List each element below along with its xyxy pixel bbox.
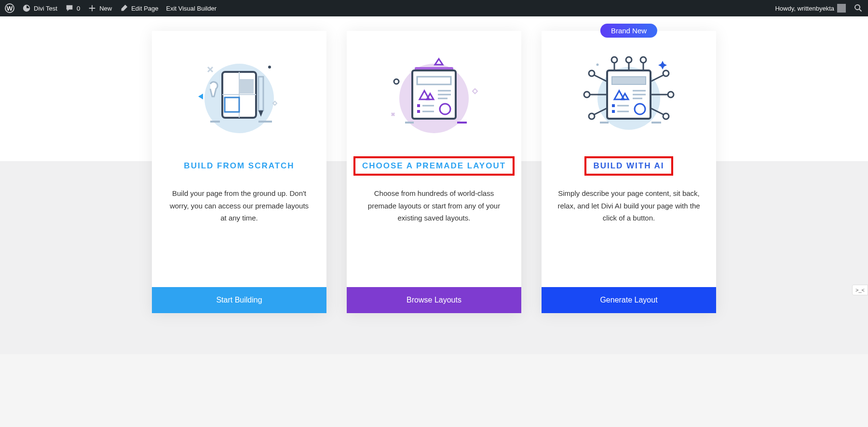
- search-icon[interactable]: [854, 3, 863, 13]
- edit-page-label: Edit Page: [131, 5, 158, 12]
- svg-point-50: [589, 70, 595, 76]
- edit-page-link[interactable]: Edit Page: [120, 4, 158, 13]
- brand-new-badge: Brand New: [600, 24, 657, 38]
- svg-point-60: [663, 113, 669, 119]
- svg-line-55: [651, 74, 665, 82]
- card-title-ai: BUILD WITH AI: [584, 156, 673, 176]
- svg-point-61: [597, 64, 599, 66]
- exit-builder-label: Exit Visual Builder: [166, 5, 217, 12]
- comment-icon: [65, 4, 74, 13]
- svg-point-44: [611, 57, 617, 63]
- svg-rect-23: [417, 110, 420, 113]
- card-desc-ai: Simply describe your page content, sit b…: [542, 187, 716, 224]
- card-desc-scratch: Build your page from the ground up. Don'…: [152, 187, 326, 224]
- start-building-button[interactable]: Start Building: [152, 287, 326, 313]
- svg-rect-32: [612, 77, 646, 84]
- main-content: BUILD FROM SCRATCH Build your page from …: [0, 16, 868, 354]
- pencil-icon: [120, 4, 128, 13]
- comments-link[interactable]: 0: [65, 4, 80, 13]
- svg-line-49: [593, 74, 607, 82]
- card-ai: Brand New: [542, 31, 716, 313]
- comments-count: 0: [77, 5, 80, 12]
- cards-container: BUILD FROM SCRATCH Build your page from …: [96, 31, 772, 313]
- user-greeting-link[interactable]: Howdy, writtenbyekta: [775, 4, 846, 13]
- wp-logo-link[interactable]: W: [5, 3, 14, 13]
- svg-point-46: [626, 57, 632, 63]
- svg-rect-4: [239, 79, 254, 94]
- browse-layouts-button[interactable]: Browse Layouts: [347, 287, 521, 313]
- exit-builder-link[interactable]: Exit Visual Builder: [166, 5, 217, 12]
- premade-illustration: [347, 31, 521, 156]
- svg-rect-40: [612, 110, 615, 113]
- site-name-link[interactable]: Divi Test: [22, 4, 57, 13]
- plus-icon: [88, 4, 96, 13]
- svg-rect-38: [612, 104, 615, 107]
- console-badge[interactable]: >_<: [852, 285, 868, 295]
- svg-point-27: [394, 79, 399, 84]
- wordpress-icon: W: [5, 3, 14, 13]
- card-title-scratch: BUILD FROM SCRATCH: [152, 156, 326, 176]
- card-title-premade: CHOOSE A PREMADE LAYOUT: [353, 156, 515, 176]
- greeting-text: Howdy, writtenbyekta: [775, 5, 834, 12]
- svg-marker-8: [198, 94, 203, 99]
- svg-point-52: [584, 92, 590, 97]
- card-premade: CHOOSE A PREMADE LAYOUT Choose from hund…: [347, 31, 521, 313]
- svg-point-56: [663, 70, 669, 76]
- site-name: Divi Test: [34, 5, 57, 12]
- admin-bar: W Divi Test 0 New Edit Page Exit Visual …: [0, 0, 868, 16]
- svg-point-54: [589, 113, 595, 119]
- dashboard-icon: [22, 4, 31, 13]
- svg-point-9: [268, 66, 271, 69]
- svg-marker-26: [435, 59, 443, 65]
- card-desc-premade: Choose from hundreds of world-class prem…: [347, 187, 521, 224]
- generate-layout-button[interactable]: Generate Layout: [542, 287, 716, 313]
- svg-rect-6: [258, 77, 263, 110]
- new-label: New: [99, 5, 112, 12]
- svg-point-48: [640, 57, 646, 63]
- new-link[interactable]: New: [88, 4, 112, 13]
- card-scratch: BUILD FROM SCRATCH Build your page from …: [152, 31, 326, 313]
- svg-rect-21: [417, 104, 420, 107]
- scratch-illustration: [152, 31, 326, 156]
- avatar: [837, 4, 846, 13]
- svg-point-58: [668, 92, 674, 97]
- ai-illustration: [542, 31, 716, 156]
